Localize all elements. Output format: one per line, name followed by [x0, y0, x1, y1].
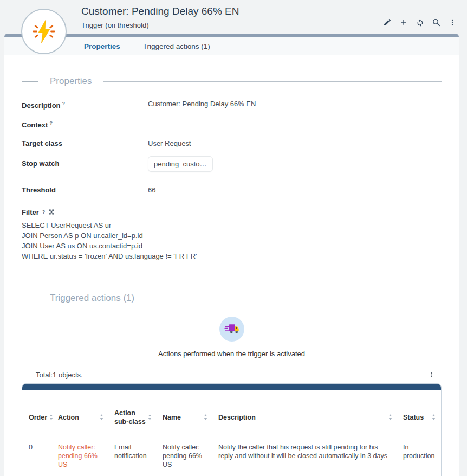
actions-caption: Actions performed when the trigger is ac…	[22, 350, 442, 358]
legend-line	[103, 81, 442, 82]
edit-icon	[383, 18, 392, 27]
field-label-text: Context	[22, 121, 48, 130]
table-header-row: Order Action Action sub-class Name	[22, 390, 441, 435]
column-header-action-subclass[interactable]: Action sub-class	[108, 409, 156, 426]
main-panel: Properties Triggered actions (1) Propert…	[4, 34, 459, 476]
query-line: WHERE ur.status = 'frozen' AND us.langua…	[22, 251, 442, 261]
properties-section-title: Properties	[38, 76, 103, 87]
cell-description: Notify the caller that his request is st…	[212, 435, 397, 460]
field-row-target-class: Target class User Request	[22, 138, 442, 149]
sort-icon	[432, 414, 436, 420]
cell-name: Notify caller: pending 66% US	[156, 435, 212, 469]
header-toolbar	[381, 16, 458, 28]
more-actions-button[interactable]	[446, 16, 458, 28]
sort-icon	[388, 414, 392, 420]
query-line: JOIN User AS us ON us.contactid=p.id	[22, 241, 442, 251]
query-line: SELECT UserRequest AS ur	[22, 220, 442, 230]
table-row: 0 Notify caller: pending 66% US Email no…	[22, 435, 441, 476]
column-header-action[interactable]: Action	[51, 409, 108, 426]
field-row-threshold: Threshold 66	[22, 185, 442, 195]
page-header: Customer: Pending Delay 66% EN Trigger (…	[0, 0, 467, 34]
help-tooltip-icon[interactable]: ?	[49, 120, 53, 126]
page-subtitle: Trigger (on threshold)	[81, 21, 239, 29]
tab-bar: Properties Triggered actions (1)	[4, 37, 459, 55]
list-toolbar: Total:1 objects.	[22, 370, 442, 380]
panel-top-bar	[4, 34, 459, 37]
list-menu-button[interactable]	[425, 370, 438, 380]
actions-icon-wrap	[22, 317, 442, 342]
legend-dash	[22, 81, 38, 82]
column-header-description[interactable]: Description	[212, 409, 397, 426]
triggered-actions-table: Order Action Action sub-class Name	[22, 383, 442, 476]
sort-icon	[204, 414, 207, 420]
trigger-details-page: Customer: Pending Delay 66% EN Trigger (…	[0, 0, 467, 476]
refresh-button[interactable]	[414, 16, 426, 28]
triggered-actions-section-header: Triggered actions (1)	[22, 293, 442, 304]
legend-line	[146, 298, 442, 298]
add-icon	[399, 18, 408, 27]
total-objects-text: Total:1 objects.	[36, 371, 83, 379]
actions-icon-circle	[219, 317, 244, 342]
page-title: Customer: Pending Delay 66% EN	[81, 5, 239, 17]
field-label: Threshold	[22, 185, 148, 195]
legend-dash	[22, 298, 38, 298]
action-link[interactable]: Notify caller: pending 66% US	[58, 443, 98, 468]
filter-label-row: Filter ?	[22, 208, 442, 216]
triggered-actions-section-title: Triggered actions (1)	[38, 293, 146, 304]
cell-order: 0	[22, 435, 51, 452]
filter-label: Filter	[22, 208, 39, 216]
expand-icon	[48, 209, 55, 215]
field-value-target-class: User Request	[148, 138, 191, 149]
cell-status: In production	[397, 435, 440, 460]
lightning-icon	[29, 17, 59, 46]
column-header-order[interactable]: Order	[22, 409, 51, 426]
header-text: Customer: Pending Delay 66% EN Trigger (…	[81, 5, 239, 29]
stop-watch-field[interactable]: pending_custo…	[148, 156, 213, 172]
field-row-stop-watch: Stop watch pending_custo…	[22, 158, 442, 172]
column-label: Order	[29, 413, 47, 422]
column-header-name[interactable]: Name	[156, 409, 212, 426]
field-label-text: Description	[22, 101, 61, 110]
tab-triggered-actions[interactable]: Triggered actions (1)	[143, 42, 210, 50]
sort-icon	[100, 414, 103, 420]
query-line: JOIN Person AS p ON ur.caller_id=p.id	[22, 230, 442, 241]
oql-query: SELECT UserRequest AS ur JOIN Person AS …	[22, 220, 442, 261]
field-label: Stop watch	[22, 158, 148, 169]
field-value-threshold: 66	[148, 185, 155, 195]
help-tooltip-icon[interactable]: ?	[42, 209, 46, 215]
search-icon	[432, 18, 441, 27]
panel-content: Properties Description? Customer: Pendin…	[4, 76, 459, 476]
expand-filter-button[interactable]	[48, 209, 55, 215]
cell-action-subclass: Email notification	[108, 435, 156, 460]
cell-action: Notify caller: pending 66% US	[51, 435, 108, 469]
kebab-menu-icon	[429, 371, 435, 379]
field-label: Description?	[22, 99, 148, 111]
column-label: Description	[218, 413, 386, 422]
sort-icon	[148, 414, 152, 420]
refresh-icon	[416, 18, 425, 27]
field-row-context: Context?	[22, 118, 442, 130]
search-button[interactable]	[430, 16, 442, 28]
properties-section-header: Properties	[22, 76, 442, 87]
field-label: Context?	[22, 118, 148, 130]
trigger-avatar	[21, 9, 67, 54]
column-label: Name	[163, 413, 202, 422]
column-label: Action	[58, 413, 98, 422]
tab-properties[interactable]: Properties	[84, 42, 120, 50]
help-tooltip-icon[interactable]: ?	[62, 101, 66, 106]
delivery-truck-icon	[223, 320, 241, 338]
field-label: Target class	[22, 138, 148, 149]
field-value-description: Customer: Pending Delay 66% EN	[148, 99, 256, 109]
table-top-bar	[22, 384, 441, 390]
kebab-menu-icon	[449, 18, 456, 27]
column-label: Status	[403, 413, 430, 422]
column-label: Action sub-class	[114, 409, 146, 426]
filter-field: Filter ? SELECT UserRequest AS ur JOIN P…	[22, 208, 442, 261]
column-header-status[interactable]: Status	[397, 409, 440, 426]
edit-button[interactable]	[381, 16, 393, 28]
add-button[interactable]	[398, 16, 410, 28]
field-row-description: Description? Customer: Pending Delay 66%…	[22, 99, 442, 111]
